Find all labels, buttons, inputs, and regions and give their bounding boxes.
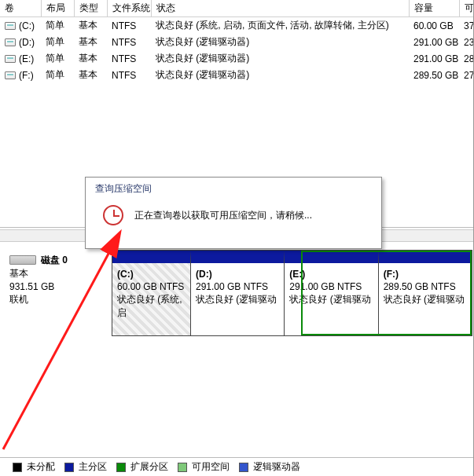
partition-letter: (D:) <box>196 269 212 280</box>
table-row[interactable]: (E:)简单基本NTFS状态良好 (逻辑驱动器)291.00 GB282. <box>0 50 474 67</box>
disk-state: 联机 <box>9 293 104 306</box>
partition-status: 状态良好 (逻辑驱动 <box>384 294 465 305</box>
table-row[interactable]: (F:)简单基本NTFS状态良好 (逻辑驱动器)289.50 GB271. <box>0 67 474 83</box>
disk-info[interactable]: 磁盘 0 基本 931.51 GB 联机 <box>2 250 112 336</box>
legend-label-free: 可用空间 <box>192 460 230 474</box>
col-fs[interactable]: 文件系统 <box>107 0 151 17</box>
legend-swatch-extended <box>116 463 126 472</box>
partition-c[interactable]: (C:) 60.00 GB NTFS 状态良好 (系统, 启 <box>112 251 191 335</box>
drive-icon <box>5 22 16 30</box>
partition-status: 状态良好 (逻辑驱动 <box>289 294 370 305</box>
partition-e[interactable]: (E:) 291.00 GB NTFS 状态良好 (逻辑驱动 <box>285 251 378 335</box>
disk-icon <box>9 255 36 265</box>
drive-icon <box>5 71 16 79</box>
table-row[interactable]: (C:)简单基本NTFS状态良好 (系统, 启动, 页面文件, 活动, 故障转储… <box>0 17 474 35</box>
partition-letter: (E:) <box>289 269 305 280</box>
col-free[interactable]: 可用 <box>459 0 474 17</box>
dialog-message: 正在查询卷以获取可用压缩空间，请稍候... <box>134 209 312 222</box>
legend-swatch-free <box>178 463 187 472</box>
partition-f[interactable]: (F:) 289.50 GB NTFS 状态良好 (逻辑驱动 <box>379 251 472 335</box>
legend: 未分配 主分区 扩展分区 可用空间 逻辑驱动器 <box>0 457 474 476</box>
partition-bar: (C:) 60.00 GB NTFS 状态良好 (系统, 启 (D:) 291.… <box>112 250 472 336</box>
partition-info: 289.50 GB NTFS <box>384 281 456 292</box>
disk-size: 931.51 GB <box>9 280 104 294</box>
legend-swatch-logical <box>239 463 248 472</box>
drive-icon <box>5 38 16 46</box>
col-status[interactable]: 状态 <box>151 0 409 17</box>
legend-label-primary: 主分区 <box>79 460 107 474</box>
partition-info: 291.00 GB NTFS <box>289 281 362 292</box>
disk-map-pane: 磁盘 0 基本 931.51 GB 联机 (C:) 60.00 GB NTFS … <box>2 250 472 336</box>
dialog-title: 查询压缩空间 <box>86 178 381 200</box>
col-layout[interactable]: 布局 <box>41 0 74 17</box>
legend-label-logical: 逻辑驱动器 <box>253 460 300 474</box>
partition-status: 状态良好 (系统, 启 <box>117 294 182 317</box>
shrink-query-dialog: 查询压缩空间 正在查询卷以获取可用压缩空间，请稍候... <box>85 177 382 249</box>
table-row[interactable]: (D:)简单基本NTFS状态良好 (逻辑驱动器)291.00 GB238. <box>0 34 474 50</box>
legend-label-unallocated: 未分配 <box>27 460 55 474</box>
col-type[interactable]: 类型 <box>74 0 107 17</box>
disk-type: 基本 <box>9 267 104 280</box>
partition-info: 291.00 GB NTFS <box>196 281 268 292</box>
volume-table: 卷 布局 类型 文件系统 状态 容量 可用 (C:)简单基本NTFS状态良好 (… <box>0 0 474 83</box>
drive-icon <box>5 55 16 63</box>
legend-swatch-primary <box>64 463 74 472</box>
partition-d[interactable]: (D:) 291.00 GB NTFS 状态良好 (逻辑驱动 <box>191 251 285 335</box>
partition-status: 状态良好 (逻辑驱动 <box>196 294 277 305</box>
partition-letter: (C:) <box>117 269 134 280</box>
disk-name: 磁盘 0 <box>41 254 68 265</box>
partition-letter: (F:) <box>384 269 399 280</box>
col-capacity[interactable]: 容量 <box>409 0 459 17</box>
legend-swatch-unallocated <box>13 463 22 472</box>
col-volume[interactable]: 卷 <box>0 0 41 17</box>
clock-icon <box>103 205 123 225</box>
partition-info: 60.00 GB NTFS <box>117 281 184 292</box>
legend-label-extended: 扩展分区 <box>130 460 168 474</box>
